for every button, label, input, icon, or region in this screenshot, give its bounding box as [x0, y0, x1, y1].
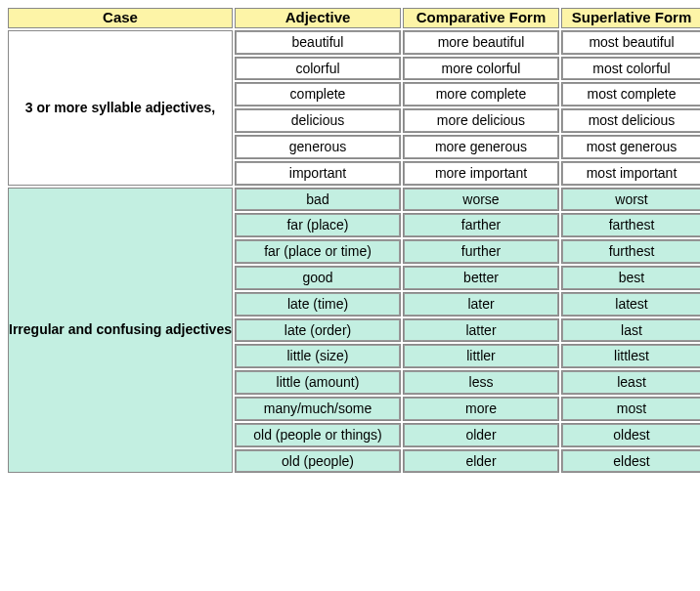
- adjective-cell: old (people): [235, 449, 401, 474]
- adjective-cell: colorful: [235, 57, 401, 81]
- superlative-cell-value: most important: [562, 162, 700, 185]
- adjective-cell: beautiful: [235, 30, 401, 55]
- comparative-cell: more generous: [403, 135, 559, 159]
- comparative-cell-value: older: [404, 424, 558, 446]
- superlative-cell-value: least: [562, 371, 700, 394]
- adjective-cell-value: colorful: [236, 58, 400, 80]
- table-row: 3 or more syllable adjectives,beautifulm…: [8, 30, 700, 55]
- adjective-cell: generous: [235, 135, 401, 159]
- comparative-cell: latter: [403, 318, 559, 343]
- adjective-cell-value: old (people or things): [236, 424, 400, 446]
- superlative-cell-value: littlest: [562, 345, 700, 367]
- superlative-cell-value: worst: [562, 189, 700, 211]
- adjective-cell-value: important: [236, 162, 400, 185]
- superlative-cell: most complete: [561, 82, 700, 106]
- adjective-cell-value: little (amount): [236, 371, 400, 394]
- superlative-cell: most: [561, 397, 700, 421]
- superlative-cell: eldest: [561, 449, 700, 474]
- adjective-cell-value: delicious: [236, 109, 400, 132]
- adjective-cell: far (place): [235, 213, 401, 237]
- comparative-cell: worse: [403, 188, 559, 212]
- adjective-cell-value: complete: [236, 83, 400, 106]
- superlative-cell: best: [561, 266, 700, 290]
- comparative-cell-value: later: [404, 293, 558, 316]
- comparative-cell-value: worse: [404, 189, 558, 211]
- superlative-cell-value: eldest: [562, 450, 700, 473]
- adjective-cell-value: many/much/some: [236, 398, 400, 420]
- adjective-cell: delicious: [235, 108, 401, 133]
- adjective-cell: late (order): [235, 318, 401, 343]
- superlative-cell: latest: [561, 292, 700, 317]
- comparative-cell: less: [403, 370, 559, 395]
- header-superlative: Superlative Form: [561, 8, 700, 28]
- superlative-cell-value: most generous: [562, 136, 700, 158]
- table-row: Irregular and confusing adjectivesbadwor…: [8, 188, 700, 212]
- adjective-cell-value: late (order): [236, 319, 400, 342]
- superlative-cell-value: furthest: [562, 240, 700, 263]
- superlative-cell-value: farthest: [562, 214, 700, 236]
- comparative-cell: further: [403, 239, 559, 264]
- superlative-cell: littlest: [561, 344, 700, 368]
- superlative-cell: farthest: [561, 213, 700, 237]
- adjective-cell: far (place or time): [235, 239, 401, 264]
- superlative-cell: most colorful: [561, 57, 700, 81]
- adjective-forms-table: Case Adjective Comparative Form Superlat…: [6, 6, 700, 475]
- superlative-cell-value: oldest: [562, 424, 700, 446]
- comparative-cell: littler: [403, 344, 559, 368]
- comparative-cell: more delicious: [403, 108, 559, 133]
- comparative-cell: farther: [403, 213, 559, 237]
- superlative-cell: oldest: [561, 423, 700, 447]
- superlative-cell: most delicious: [561, 108, 700, 133]
- header-case: Case: [8, 8, 233, 28]
- comparative-cell-value: more colorful: [404, 58, 558, 80]
- comparative-cell-value: littler: [404, 345, 558, 367]
- superlative-cell: least: [561, 370, 700, 395]
- comparative-cell-value: more: [404, 398, 558, 420]
- adjective-cell-value: bad: [236, 189, 400, 211]
- comparative-cell-value: latter: [404, 319, 558, 342]
- superlative-cell-value: most colorful: [562, 58, 700, 80]
- comparative-cell-value: more important: [404, 162, 558, 185]
- comparative-cell-value: less: [404, 371, 558, 394]
- superlative-cell-value: most delicious: [562, 109, 700, 132]
- adjective-cell: good: [235, 266, 401, 290]
- adjective-cell-value: old (people): [236, 450, 400, 473]
- header-adjective: Adjective: [235, 8, 401, 28]
- adjective-cell-value: good: [236, 267, 400, 289]
- comparative-cell: better: [403, 266, 559, 290]
- comparative-cell: more complete: [403, 82, 559, 106]
- case-cell: 3 or more syllable adjectives,: [8, 30, 233, 186]
- adjective-cell-value: beautiful: [236, 31, 400, 54]
- comparative-cell: older: [403, 423, 559, 447]
- comparative-cell-value: more delicious: [404, 109, 558, 132]
- superlative-cell-value: most beautiful: [562, 31, 700, 54]
- superlative-cell: most beautiful: [561, 30, 700, 55]
- superlative-cell-value: most: [562, 398, 700, 420]
- comparative-cell-value: further: [404, 240, 558, 263]
- adjective-cell: important: [235, 161, 401, 186]
- comparative-cell: more important: [403, 161, 559, 186]
- adjective-cell-value: generous: [236, 136, 400, 158]
- adjective-cell: complete: [235, 82, 401, 106]
- adjective-cell-value: far (place or time): [236, 240, 400, 263]
- comparative-cell: more: [403, 397, 559, 421]
- adjective-cell: old (people or things): [235, 423, 401, 447]
- superlative-cell: furthest: [561, 239, 700, 264]
- superlative-cell: most generous: [561, 135, 700, 159]
- adjective-cell-value: far (place): [236, 214, 400, 236]
- superlative-cell: worst: [561, 188, 700, 212]
- header-comparative: Comparative Form: [403, 8, 559, 28]
- adjective-cell: many/much/some: [235, 397, 401, 421]
- adjective-cell: bad: [235, 188, 401, 212]
- superlative-cell: last: [561, 318, 700, 343]
- comparative-cell-value: more beautiful: [404, 31, 558, 54]
- adjective-cell: little (amount): [235, 370, 401, 395]
- superlative-cell-value: most complete: [562, 83, 700, 106]
- adjective-cell: little (size): [235, 344, 401, 368]
- comparative-cell-value: better: [404, 267, 558, 289]
- adjective-cell: late (time): [235, 292, 401, 317]
- adjective-cell-value: late (time): [236, 293, 400, 316]
- superlative-cell: most important: [561, 161, 700, 186]
- superlative-cell-value: best: [562, 267, 700, 289]
- comparative-cell-value: farther: [404, 214, 558, 236]
